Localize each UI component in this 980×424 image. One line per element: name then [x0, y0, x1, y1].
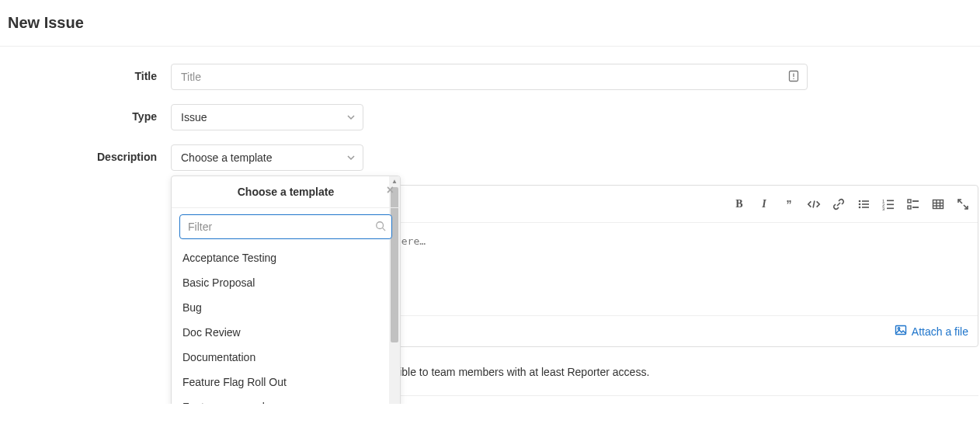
bullet-list-icon[interactable] [857, 197, 871, 211]
quote-icon[interactable]: ” [782, 197, 796, 211]
template-dropdown: ▲ ▼ Choose a template × [171, 176, 401, 404]
template-select[interactable]: Choose a template [171, 144, 363, 171]
svg-rect-13 [887, 200, 894, 201]
template-filter-input[interactable] [179, 214, 392, 239]
link-icon[interactable] [832, 197, 846, 211]
title-label: Title [8, 64, 171, 82]
title-input[interactable] [171, 64, 808, 90]
search-icon [375, 221, 386, 234]
svg-point-6 [859, 200, 861, 202]
page-title: New Issue [0, 0, 980, 47]
svg-rect-7 [862, 200, 869, 202]
svg-rect-17 [887, 207, 894, 209]
table-icon[interactable] [931, 197, 945, 211]
template-option[interactable]: Doc Review [172, 320, 400, 345]
title-suggestion-icon[interactable] [787, 70, 800, 85]
type-select-value: Issue [181, 111, 207, 123]
template-option[interactable]: Feature proposal [172, 394, 400, 404]
template-option[interactable]: Documentation [172, 345, 400, 370]
template-dropdown-header: Choose a template × [172, 176, 400, 208]
svg-line-4 [383, 228, 386, 231]
svg-rect-9 [862, 203, 869, 205]
numbered-list-icon[interactable]: 123 [881, 197, 895, 211]
svg-rect-22 [933, 200, 944, 208]
svg-rect-29 [895, 326, 905, 335]
template-option[interactable]: Basic Proposal [172, 270, 400, 295]
chevron-down-icon [347, 111, 355, 123]
svg-line-5 [813, 200, 815, 207]
attach-file-link[interactable]: Attach a file [895, 324, 968, 339]
svg-point-30 [898, 328, 899, 329]
type-select[interactable]: Issue [171, 104, 363, 130]
template-select-value: Choose a template [181, 151, 273, 164]
fullscreen-icon[interactable] [956, 197, 970, 211]
template-option[interactable]: Acceptance Testing [172, 245, 400, 270]
close-icon[interactable]: × [387, 184, 394, 196]
chevron-down-icon [347, 151, 355, 164]
svg-rect-20 [908, 206, 911, 209]
svg-point-8 [859, 203, 861, 205]
code-icon[interactable] [807, 197, 821, 211]
description-label: Description [8, 144, 171, 163]
svg-rect-15 [887, 203, 894, 205]
svg-rect-11 [862, 207, 869, 208]
dropdown-inner-scrollbar[interactable] [392, 241, 400, 404]
scrollbar-thumb[interactable] [394, 244, 398, 314]
type-label: Type [8, 104, 171, 123]
svg-text:3: 3 [882, 207, 885, 210]
svg-rect-18 [908, 200, 911, 203]
image-icon [895, 324, 907, 339]
bold-icon[interactable]: B [732, 197, 746, 211]
template-option[interactable]: Feature Flag Roll Out [172, 370, 400, 394]
task-list-icon[interactable] [906, 197, 920, 211]
template-list: Acceptance TestingBasic ProposalBugDoc R… [172, 241, 400, 404]
svg-point-10 [859, 206, 861, 208]
italic-icon[interactable]: I [757, 197, 771, 211]
attach-file-label: Attach a file [912, 325, 968, 338]
editor-toolbar: B I ” 123 [732, 197, 970, 211]
svg-point-3 [377, 222, 384, 229]
template-option[interactable]: Bug [172, 295, 400, 320]
svg-point-2 [793, 78, 794, 79]
